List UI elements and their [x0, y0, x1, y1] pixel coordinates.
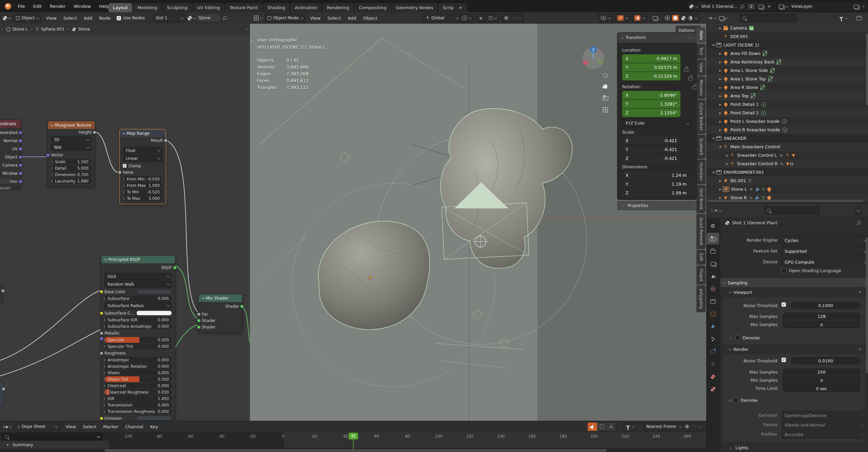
sidebar-tab-view[interactable]: View — [696, 59, 706, 76]
principled-subsurface-anisotropy[interactable]: Subsurface Anisotropy0.000 — [104, 323, 172, 329]
outliner-row-bg-001[interactable]: ▸▼BG.001▽ — [707, 176, 868, 185]
output-socket[interactable] — [19, 172, 22, 175]
sidebar-tab-curve-basher[interactable]: Curve Basher — [696, 100, 706, 134]
dopesheet-menu-view[interactable]: View — [62, 424, 79, 429]
transform-field-y[interactable]: Y1.3281° — [622, 100, 680, 108]
box-select-button[interactable] — [597, 425, 607, 429]
expand-toggle[interactable]: ▸ — [718, 127, 723, 132]
render-engine-dropdown[interactable]: Cycles — [782, 236, 868, 245]
properties-tab-object-data[interactable]: ▽ — [707, 358, 719, 370]
principled-sheen-tint[interactable]: Sheen Tint0.500 — [104, 376, 172, 382]
camera-view-icon[interactable] — [603, 96, 608, 100]
outliner-row-environment-001[interactable]: ▾ENVIRONMENT.001✓↗ — [707, 168, 868, 176]
expand-toggle[interactable]: ▸ — [718, 59, 723, 64]
dopesheet-menu-channel[interactable]: Channel — [122, 424, 146, 429]
node-mix-shader[interactable]: Mix Shader Shader FacShaderShader — [198, 294, 242, 333]
gizmo-neg-x-axis[interactable] — [598, 51, 602, 55]
workspace-tab-compositing[interactable]: Compositing — [354, 3, 391, 12]
properties-tab-texture[interactable] — [707, 383, 719, 395]
principled-clearcoat-roughness[interactable]: Clearcoat Roughness0.030 — [104, 389, 172, 395]
prefilter-dropdown[interactable]: Accurate — [782, 430, 866, 439]
viewport-presets-icon[interactable]: ⋮≡ — [854, 290, 862, 294]
outliner-row-dof-001[interactable]: DOF.001 — [707, 32, 868, 41]
principled-specular-tint[interactable]: Specular Tint0.000 — [104, 343, 172, 349]
blender-logo-icon[interactable] — [5, 3, 11, 10]
expand-toggle[interactable]: ▸ — [718, 187, 723, 192]
properties-pin-icon[interactable] — [857, 220, 862, 225]
expand-toggle[interactable]: ▸ — [718, 85, 723, 90]
outliner-display-mode-button[interactable] — [719, 16, 727, 20]
properties-options-button[interactable] — [855, 206, 861, 215]
properties-tab-collection[interactable] — [707, 296, 719, 307]
snap-mode-dropdown[interactable]: Nearest Frame — [644, 422, 684, 431]
workspace-tab-sculpting[interactable]: Sculpting — [162, 3, 192, 12]
transform-field-x[interactable]: X-2.8046° — [622, 91, 680, 99]
current-frame-badge[interactable]: 45 — [349, 433, 358, 439]
overlay-collapse-icon[interactable]: › — [251, 38, 253, 43]
musgrave-dimensions-dropdown[interactable]: 3D — [51, 136, 92, 143]
dopesheet-editor-type-button[interactable]: ◇◆ — [3, 425, 11, 429]
sampling-viewport-subheader[interactable]: Viewport — [728, 290, 752, 295]
breadcrumb-collapse-icon[interactable]: ‹ — [246, 27, 248, 32]
shader-menu-add[interactable]: Add — [80, 16, 96, 21]
dopesheet-menu-key[interactable]: Key — [147, 424, 162, 429]
shader-menu-select[interactable]: Select — [60, 16, 80, 21]
input-socket[interactable] — [124, 190, 125, 194]
sidebar-tab-grid-break[interactable]: Grid Break — [696, 185, 706, 213]
transform-field-x[interactable]: X1.24 m — [622, 171, 690, 180]
input-socket[interactable] — [104, 358, 105, 362]
workspace-tab-uv-editing[interactable]: UV Editing — [193, 3, 224, 12]
xray-toggle[interactable] — [650, 14, 660, 22]
expand-toggle[interactable]: ▸ — [725, 153, 729, 158]
overlays-toggle[interactable]: ◑ — [632, 14, 647, 22]
input-socket[interactable] — [104, 371, 105, 375]
musgrave-param-lacunarity[interactable]: Lacunarity1.990 — [52, 178, 92, 184]
workspace-tab-texture-paint[interactable]: Texture Paint — [225, 3, 262, 12]
expand-toggle[interactable]: ▸ — [725, 161, 729, 166]
passes-dropdown[interactable]: Albedo and Normal — [782, 420, 866, 429]
denoiser-dropdown[interactable]: OpenImageDenoise — [782, 411, 866, 420]
lock-icon[interactable] — [684, 68, 688, 72]
outliner-row-sneacker-control-l[interactable]: ▸Sneacker Control L∿▼ — [707, 151, 868, 159]
principled-subsurface-c-[interactable]: Subsurface C... — [101, 310, 175, 316]
expand-toggle[interactable]: ▸ — [718, 51, 723, 56]
expand-toggle[interactable]: ▸ — [718, 195, 723, 200]
shader-menu-view[interactable]: View — [43, 16, 60, 21]
principled-subsurface-radius[interactable]: Subsurface Radius — [104, 302, 172, 309]
breadcrumb-scene-name[interactable]: Shot 1 (General Plan) — [732, 220, 777, 225]
topbar-menu-render[interactable]: Render — [46, 0, 70, 12]
transform-field-z[interactable]: Z-0.21329 m — [622, 72, 680, 80]
sidebar-tab-humgen[interactable]: HumGen — [696, 159, 706, 184]
maprange-param-to-max[interactable]: To Max3.000 — [124, 195, 163, 201]
principled-distribution-dropdown[interactable]: GGX — [104, 273, 172, 280]
viewlayer-copy-icon[interactable] — [854, 5, 859, 8]
viewlayer-remove-icon[interactable]: × — [862, 4, 865, 9]
input-socket[interactable] — [104, 297, 105, 300]
snap-toggle[interactable]: ∪ — [476, 14, 499, 22]
material-pin-icon[interactable] — [223, 16, 228, 20]
render-presets-icon[interactable]: ⋮≡ — [854, 347, 862, 351]
shading-material-button[interactable] — [681, 16, 686, 20]
properties-tab-output[interactable] — [707, 245, 719, 257]
add-workspace-button[interactable]: + — [454, 3, 467, 12]
scene-icon[interactable] — [689, 4, 693, 8]
navigation-gizmo[interactable]: Z — [583, 48, 604, 69]
dopesheet-menu-select[interactable]: Select — [79, 424, 100, 429]
scene-name[interactable]: Shot 1 (General... — [701, 4, 737, 9]
output-socket[interactable] — [19, 139, 22, 143]
outliner-filter-button[interactable] — [839, 17, 847, 19]
workspace-tab-layout[interactable]: Layout — [108, 3, 132, 12]
input-socket[interactable] — [52, 166, 53, 170]
input-socket[interactable] — [104, 397, 105, 400]
outliner-vscrollbar[interactable] — [866, 34, 868, 105]
transform-field-y[interactable]: Y-0.421 — [622, 145, 680, 154]
output-socket[interactable] — [19, 131, 22, 135]
maprange-param-from-min[interactable]: From Min-0.030 — [124, 176, 163, 182]
outliner-editor-type-button[interactable]: ≡ — [709, 16, 716, 20]
outliner-search-field[interactable] — [739, 14, 796, 22]
transform-field-y[interactable]: Y1.19 m — [622, 180, 690, 188]
shader-node-canvas[interactable]: › Stone L › ▽ Sphere.001 › Stone ‹ Textu… — [0, 24, 250, 421]
visibility-dropdown[interactable] — [598, 14, 613, 22]
shading-rendered-button[interactable] — [688, 16, 692, 20]
workspace-tab-animation[interactable]: Animation — [291, 3, 322, 12]
